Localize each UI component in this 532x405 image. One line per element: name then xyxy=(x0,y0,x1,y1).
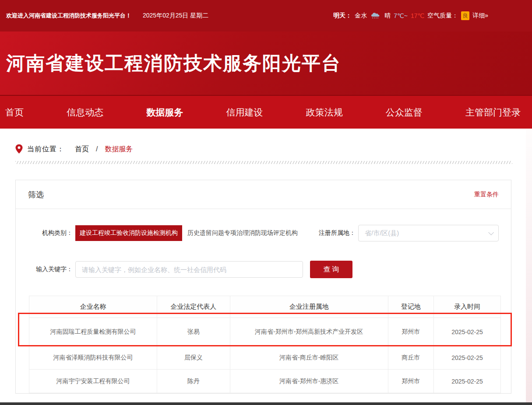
keyword-label: 输入关键字： xyxy=(28,265,73,273)
cell-company-name: 河南宇宁安装工程有限公司 xyxy=(29,370,157,393)
col-header-registered-region: 企业注册属地 xyxy=(230,296,388,318)
region-select-placeholder: 省/市/区(县) xyxy=(365,229,399,237)
breadcrumb-separator: / xyxy=(96,145,98,153)
table-row[interactable]: 河南宇宁安装工程有限公司 陈丹 河南省-郑州市-惠济区 郑州市 2025-02-… xyxy=(29,370,501,393)
date-text: 2025年02月25日 星期二 xyxy=(143,12,208,20)
category-tab-detection-agency[interactable]: 建设工程竣工验收消防设施检测机构 xyxy=(75,225,182,241)
weather-widget: 明天： 金水 晴 7℃~ 17℃ 空气质量： 良 详细» xyxy=(333,11,488,20)
rain-cloud-icon xyxy=(370,11,381,20)
breadcrumb-current-link[interactable]: 数据服务 xyxy=(105,145,133,154)
filter-title: 筛选 xyxy=(28,189,44,200)
cell-legal-rep: 陈丹 xyxy=(157,370,230,393)
cell-registration-place: 郑州市 xyxy=(388,370,433,393)
cell-entry-date: 2025-02-25 xyxy=(434,370,501,393)
category-filter-row: 机构类别： 建设工程竣工验收消防设施检测机构 历史遗留问题专项治理消防现场评定机… xyxy=(28,225,499,241)
nav-item-supervision[interactable]: 公众监督 xyxy=(386,106,423,119)
col-header-legal-rep: 企业法定代表人 xyxy=(157,296,230,318)
air-quality-badge: 良 xyxy=(461,11,469,20)
cell-company-name: 河南省泽顺消防科技有限公司 xyxy=(29,346,157,370)
slash-divider xyxy=(15,161,512,164)
filter-panel: 筛选 重置条件 机构类别： 建设工程竣工验收消防设施检测机构 历史遗留问题专项治… xyxy=(15,180,511,394)
table-row[interactable]: 河南固瑞工程质量检测有限公司 张易 河南省-郑州市-郑州高新技术产业开发区 郑州… xyxy=(29,318,501,346)
company-table: 企业名称 企业法定代表人 企业注册属地 登记地 录入时间 河南固瑞工程质量检测有… xyxy=(29,296,501,393)
cell-registered-region: 河南省-郑州市-惠济区 xyxy=(230,370,388,393)
main-nav: 首页 信息动态 数据服务 信用建设 政策法规 公众监督 主管部门登录 xyxy=(0,95,532,129)
keyword-filter-row: 输入关键字： 查 询 xyxy=(28,261,499,278)
breadcrumb-label: 当前位置： xyxy=(27,145,64,154)
site-title: 河南省建设工程消防技术服务阳光平台 xyxy=(0,51,341,76)
cell-entry-date: 2025-02-25 xyxy=(434,318,501,346)
table-header-row: 企业名称 企业法定代表人 企业注册属地 登记地 录入时间 xyxy=(29,296,501,318)
breadcrumb: 当前位置： 首页 / 数据服务 xyxy=(15,144,532,154)
filter-panel-body: 机构类别： 建设工程竣工验收消防设施检测机构 历史遗留问题专项治理消防现场评定机… xyxy=(16,209,511,393)
reset-filters-link[interactable]: 重置条件 xyxy=(474,191,499,199)
category-tab-legacy-assessment-agency[interactable]: 历史遗留问题专项治理消防现场评定机构 xyxy=(183,225,302,241)
weather-city: 金水 xyxy=(355,12,367,20)
nav-item-admin-login[interactable]: 主管部门登录 xyxy=(465,106,521,119)
region-select[interactable]: 省/市/区(县) xyxy=(358,225,499,241)
search-button[interactable]: 查 询 xyxy=(310,261,352,278)
weather-temp-low: 7℃~ xyxy=(394,12,408,19)
filter-panel-header: 筛选 重置条件 xyxy=(16,180,511,209)
site-banner: 河南省建设工程消防技术服务阳光平台 xyxy=(0,31,532,95)
nav-item-policy[interactable]: 政策法规 xyxy=(306,106,343,119)
breadcrumb-home-link[interactable]: 首页 xyxy=(75,145,89,154)
nav-item-news[interactable]: 信息动态 xyxy=(67,106,103,119)
region-label: 注册所属地： xyxy=(319,229,356,237)
cell-registered-region: 河南省-郑州市-郑州高新技术产业开发区 xyxy=(230,318,388,346)
cell-legal-rep: 屈保义 xyxy=(157,346,230,370)
bottom-dark-strip xyxy=(0,402,532,405)
topbar: 欢迎进入河南省建设工程消防技术服务阳光平台！ 2025年02月25日 星期二 明… xyxy=(0,0,532,31)
cell-legal-rep: 张易 xyxy=(157,318,230,346)
location-pin-icon xyxy=(15,144,23,154)
table-row[interactable]: 河南省泽顺消防科技有限公司 屈保义 河南省-商丘市-睢阳区 商丘市 2025-0… xyxy=(29,346,501,370)
weather-temp-high: 17℃ xyxy=(411,12,424,19)
weather-label: 明天： xyxy=(333,12,352,20)
cell-registered-region: 河南省-商丘市-睢阳区 xyxy=(230,346,388,370)
chevron-down-icon xyxy=(488,230,494,235)
col-header-registration-place: 登记地 xyxy=(388,296,433,318)
category-label: 机构类别： xyxy=(28,229,73,237)
nav-item-data-service[interactable]: 数据服务 xyxy=(146,106,183,119)
cell-registration-place: 郑州市 xyxy=(388,318,433,346)
weather-detail-link[interactable]: 详细» xyxy=(472,12,488,20)
company-table-wrap: 企业名称 企业法定代表人 企业注册属地 登记地 录入时间 河南固瑞工程质量检测有… xyxy=(29,296,499,393)
cell-registration-place: 商丘市 xyxy=(388,346,433,370)
welcome-text: 欢迎进入河南省建设工程消防技术服务阳光平台！ xyxy=(6,12,131,20)
right-edge-gradient xyxy=(526,129,532,402)
nav-item-home[interactable]: 首页 xyxy=(5,106,24,119)
cell-company-name: 河南固瑞工程质量检测有限公司 xyxy=(29,318,157,346)
nav-item-credit[interactable]: 信用建设 xyxy=(226,106,263,119)
col-header-company-name: 企业名称 xyxy=(29,296,157,318)
weather-condition: 晴 xyxy=(384,12,391,20)
air-quality-label: 空气质量： xyxy=(427,12,458,20)
company-table-body: 河南固瑞工程质量检测有限公司 张易 河南省-郑州市-郑州高新技术产业开发区 郑州… xyxy=(29,318,501,393)
cell-entry-date: 2025-02-25 xyxy=(434,346,501,370)
col-header-entry-date: 录入时间 xyxy=(434,296,501,318)
keyword-input[interactable] xyxy=(75,261,303,278)
